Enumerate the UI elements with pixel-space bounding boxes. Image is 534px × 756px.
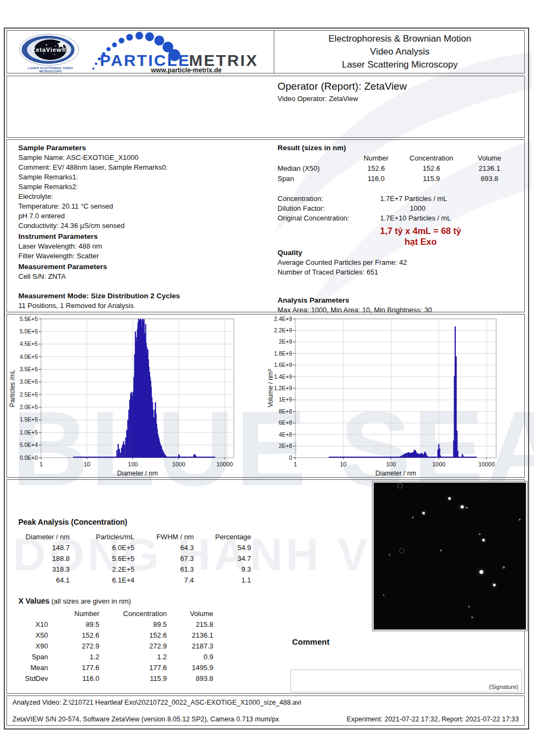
result-cell: 152.6 — [353, 163, 399, 173]
svg-text:4E+8: 4E+8 — [279, 431, 292, 438]
zetaview-logo: ZetaView® LASER SCATTERING VIDEO MICROSC… — [17, 33, 84, 72]
svg-text:Diameter / nm: Diameter / nm — [117, 470, 158, 477]
svg-text:3.5E+5: 3.5E+5 — [19, 366, 38, 372]
xvalues-cell: 152.6 — [99, 630, 167, 641]
particle-dot — [448, 497, 451, 500]
measurement-parameters-heading: Measurement Parameters — [18, 262, 267, 272]
svg-text:2E+9: 2E+9 — [279, 338, 292, 345]
result-row-label: Median (X50) — [278, 163, 353, 173]
operator-section: Operator (Report): ZetaView Video Operat… — [6, 76, 525, 138]
video-frame-image — [374, 483, 526, 630]
svg-text:4.0E+5: 4.0E+5 — [19, 353, 38, 360]
zetaview-logo-text: ZetaView® — [32, 46, 67, 53]
result-cell: 115.9 — [399, 173, 464, 184]
peak-cell: 1.1 — [194, 575, 251, 586]
zetaview-caption: LASER SCATTERING VIDEO MICROSCOPE — [17, 66, 84, 73]
video-frame — [372, 481, 528, 631]
svg-text:10: 10 — [84, 461, 90, 467]
svg-text:1.2E+9: 1.2E+9 — [274, 385, 292, 391]
result-heading: Result (sizes in nm) — [278, 143, 521, 153]
result-row-label: Span — [278, 173, 353, 184]
svg-text:2E+8: 2E+8 — [279, 443, 292, 449]
result-cell: 893.8 — [464, 173, 515, 184]
peak-header: FWHM / nm — [134, 532, 194, 543]
sample-line: Sample Name: ASC-EXOTIGE_X1000 — [18, 153, 267, 163]
svg-text:Diameter / nm: Diameter / nm — [375, 470, 416, 477]
xvalues-cell: 1.2 — [99, 652, 167, 663]
xvalues-cell: 177.6 — [48, 663, 99, 673]
sample-line: Sample Remarks1: — [18, 172, 267, 182]
peak-cell: 5.6E+5 — [70, 553, 134, 564]
svg-text:100: 100 — [128, 461, 138, 467]
particle-dot — [399, 548, 404, 553]
results-tables-section: Peak Analysis (Concentration) Diameter /… — [6, 479, 525, 694]
xvalues-cell: 1.2 — [48, 652, 99, 663]
original-concentration-value: 1.7E+10 Particles / mL — [380, 213, 451, 223]
result-cell: 2136.1 — [464, 163, 515, 173]
xvalues-cell: 272.9 — [99, 641, 167, 652]
sample-parameters-heading: Sample Parameters — [18, 143, 267, 153]
particle-dot — [383, 594, 384, 596]
svg-text:100: 100 — [386, 461, 396, 467]
xvalues-cell: 215.8 — [167, 619, 213, 630]
particle-dot — [482, 539, 485, 541]
result-col-header: Volume — [464, 153, 515, 163]
xvalues-cell: 893.8 — [167, 673, 213, 684]
svg-text:0.0E+0: 0.0E+0 — [19, 454, 38, 461]
xvalues-cell: 2136.1 — [167, 630, 213, 641]
particle-dot — [479, 533, 481, 535]
signature-label: (Signature) — [489, 684, 518, 690]
peak-cell: 6.0E+5 — [70, 543, 134, 553]
xvalues-cell: 1495.9 — [167, 663, 213, 673]
result-table: Number Concentration Volume Median (X50)… — [278, 153, 521, 184]
xvalues-cell: 0.9 — [167, 652, 213, 663]
xvalues-row-label: StdDev — [18, 673, 48, 684]
svg-text:1: 1 — [39, 461, 43, 467]
svg-text:5.0E+4: 5.0E+4 — [19, 441, 38, 448]
peak-cell: 148.7 — [18, 543, 70, 553]
particle-dot — [493, 584, 496, 586]
svg-text:1.8E+9: 1.8E+9 — [274, 350, 292, 357]
peak-cell: 67.3 — [134, 553, 194, 564]
charts-section: 0.0E+05.0E+41.0E+51.5E+52.0E+52.5E+53.0E… — [6, 314, 525, 478]
quality-line: Number of Traced Particles: 651 — [278, 267, 521, 277]
peak-cell: 54.9 — [194, 543, 251, 553]
peak-cell: 318.3 — [18, 564, 70, 575]
svg-text:2.5E+5: 2.5E+5 — [19, 391, 38, 398]
particle-dot — [422, 512, 425, 514]
sample-line: Electrolyte: — [18, 192, 267, 202]
svg-text:0: 0 — [289, 454, 292, 461]
xvalues-header: Number — [48, 608, 99, 619]
xvalues-row-label: X90 — [18, 641, 48, 652]
measurement-mode-heading: Measurement Mode: Size Distribution 2 Cy… — [18, 291, 267, 301]
quality-heading: Quality — [278, 248, 521, 258]
instrument-parameters-heading: Instrument Parameters — [18, 232, 267, 242]
particle-dot — [461, 505, 464, 509]
particle-dot — [471, 617, 473, 618]
red-annotation: 1,7 tỷ x 4mL = 68 tỷ hạt Exo — [332, 225, 510, 247]
xvalues-row-label: X50 — [18, 630, 48, 641]
svg-text:2.0E+5: 2.0E+5 — [19, 404, 38, 410]
video-operator-line: Video Operator: ZetaView — [278, 95, 358, 103]
website-text: www.particle-metrix.de — [121, 66, 251, 74]
peak-analysis-table: Diameter / nm Particles/mL FWHM / nm Per… — [18, 532, 267, 586]
particle-dot — [479, 570, 483, 574]
xvalues-cell: 89.5 — [48, 619, 99, 630]
peak-analysis-heading: Peak Analysis (Concentration) — [18, 518, 267, 526]
result-col-header: Concentration — [399, 153, 464, 163]
xvalues-heading: X Values (all sizes are given in nm) — [18, 597, 267, 605]
particle-dot — [397, 483, 403, 489]
svg-text:1000: 1000 — [172, 461, 185, 467]
result-col-header: Number — [353, 153, 399, 163]
svg-text:Particles /mL: Particles /mL — [9, 370, 16, 407]
analyzed-video-line: Analyzed Video: Z:\210721 Heartleaf Exo\… — [12, 699, 301, 706]
svg-text:1: 1 — [294, 461, 297, 467]
peak-cell: 9.3 — [194, 564, 251, 575]
svg-text:1.5E+5: 1.5E+5 — [19, 416, 38, 423]
svg-text:4.5E+5: 4.5E+5 — [19, 340, 38, 347]
concentration-label: Concentration: — [278, 194, 380, 204]
xvalues-table: Number Concentration Volume X10 89.5 89.… — [18, 608, 267, 684]
footer-section: Analyzed Video: Z:\210721 Heartleaf Exo\… — [6, 695, 525, 726]
title-line-1: Electrophoresis & Brownian Motion — [274, 32, 525, 45]
xvalues-cell: 116.0 — [48, 673, 99, 684]
